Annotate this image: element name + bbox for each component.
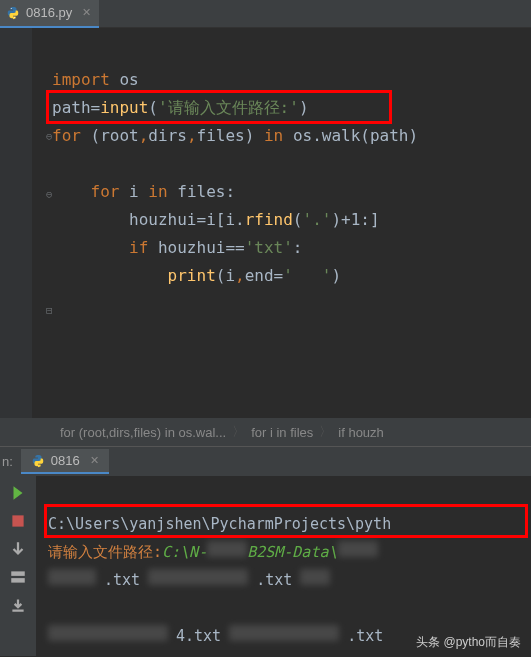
run-tab[interactable]: 0816 ✕ (21, 449, 109, 474)
watermark: 头条 @pytho而自奏 (416, 634, 521, 651)
code-content: import os path=input('请输入文件路径:') for (ro… (0, 28, 531, 318)
rerun-icon[interactable] (9, 484, 27, 502)
gutter (0, 28, 32, 418)
svg-rect-3 (11, 571, 25, 576)
run-console: C:\Users\yanjshen\PycharmProjects\pyth 请… (0, 476, 531, 656)
breadcrumb-item[interactable]: for i in files (251, 425, 313, 440)
down-icon[interactable] (9, 540, 27, 558)
close-tab-icon[interactable]: ✕ (82, 6, 91, 19)
export-icon[interactable] (9, 596, 27, 614)
editor-tab[interactable]: 0816.py ✕ (0, 0, 99, 28)
chevron-right-icon: 〉 (232, 423, 245, 441)
editor-tab-bar: 0816.py ✕ (0, 0, 531, 28)
breadcrumb: for (root,dirs,files) in os.wal... 〉 for… (0, 418, 531, 446)
run-tab-name: 0816 (51, 453, 80, 468)
stop-icon[interactable] (9, 512, 27, 530)
python-file-icon (31, 454, 45, 468)
console-toolbar (0, 476, 36, 656)
svg-rect-2 (12, 515, 23, 526)
fold-marker-icon[interactable]: ⊖ (46, 130, 53, 143)
tab-filename: 0816.py (26, 5, 72, 20)
layout-icon[interactable] (9, 568, 27, 586)
python-file-icon (6, 6, 20, 20)
run-label: n: (0, 454, 21, 469)
close-run-tab-icon[interactable]: ✕ (90, 454, 99, 467)
fold-marker-icon[interactable]: ⊖ (46, 188, 53, 201)
code-editor[interactable]: ⊖ ⊖ ⊟ import os path=input('请输入文件路径:') f… (0, 28, 531, 418)
breadcrumb-item[interactable]: if houzh (338, 425, 384, 440)
fold-end-icon[interactable]: ⊟ (46, 304, 53, 317)
run-tool-header: n: 0816 ✕ (0, 446, 531, 476)
console-output[interactable]: C:\Users\yanjshen\PycharmProjects\pyth 请… (36, 476, 391, 656)
svg-point-0 (11, 7, 12, 8)
svg-point-1 (14, 17, 15, 18)
chevron-right-icon: 〉 (319, 423, 332, 441)
svg-rect-4 (11, 578, 25, 583)
breadcrumb-item[interactable]: for (root,dirs,files) in os.wal... (60, 425, 226, 440)
